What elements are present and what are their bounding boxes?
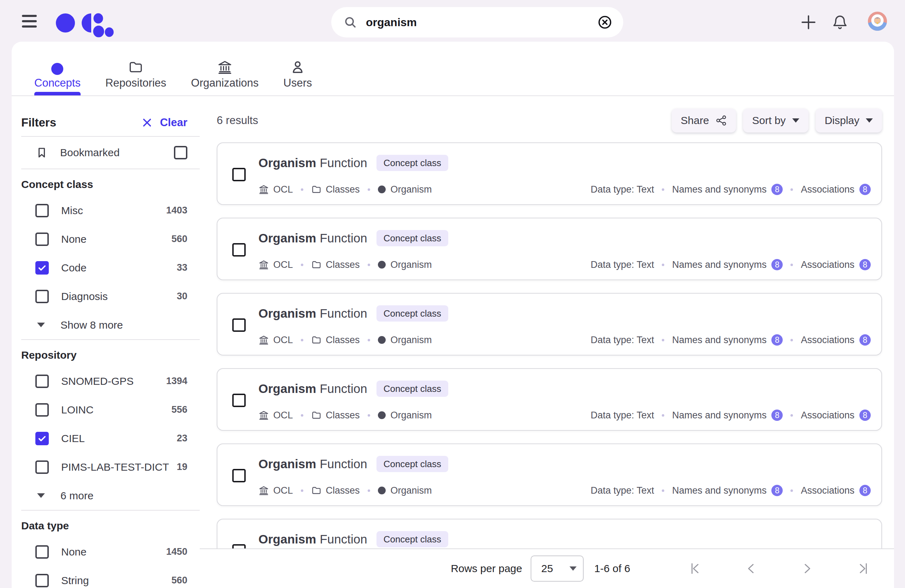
checkbox[interactable] — [35, 290, 49, 303]
checkbox[interactable] — [35, 432, 49, 445]
filter-option-none-datatype[interactable]: None 1450 — [21, 537, 200, 566]
result-card[interactable]: Organism Function Concept class — [217, 444, 882, 506]
result-card[interactable]: Organism Function Concept class — [217, 368, 882, 431]
filter-option-diagnosis[interactable]: Diagnosis 30 — [21, 282, 200, 311]
associations-label: Associations — [801, 184, 854, 195]
tab-repositories[interactable]: Repositories — [105, 59, 166, 95]
result-card[interactable]: Organism Function Concept class — [217, 143, 882, 205]
checkbox[interactable] — [35, 403, 49, 417]
result-checkbox[interactable] — [232, 394, 246, 407]
concept-class-chip: Concept class — [376, 230, 448, 246]
rows-per-page-select[interactable]: 25 — [530, 555, 584, 582]
result-checkbox[interactable] — [232, 319, 246, 332]
owner-label[interactable]: OCL — [273, 334, 293, 346]
result-checkbox[interactable] — [232, 243, 246, 257]
chevron-down-icon — [37, 323, 45, 327]
chevron-down-icon — [570, 566, 576, 571]
repo-label[interactable]: Classes — [326, 485, 360, 496]
associations-count-badge: 8 — [859, 485, 871, 496]
result-checkbox[interactable] — [232, 168, 246, 181]
search-icon — [343, 15, 357, 29]
dot-separator — [791, 339, 793, 341]
first-page-icon[interactable] — [687, 560, 704, 577]
result-card[interactable]: Organism Function Concept class — [217, 293, 882, 355]
result-checkbox[interactable] — [232, 469, 246, 482]
filter-option-none[interactable]: None 560 — [21, 225, 200, 254]
checkbox[interactable] — [35, 233, 49, 246]
concept-dot-icon — [378, 336, 386, 344]
result-title[interactable]: Function — [319, 306, 367, 320]
ocl-logo[interactable] — [56, 10, 116, 39]
prev-page-icon[interactable] — [743, 560, 760, 577]
tab-concepts[interactable]: Concepts — [34, 59, 81, 95]
option-count: 1403 — [166, 205, 187, 216]
next-page-icon[interactable] — [799, 560, 816, 577]
result-card[interactable]: Organism Function Concept class — [217, 218, 882, 280]
filter-option-misc[interactable]: Misc 1403 — [21, 196, 200, 225]
result-title-match[interactable]: Organism — [259, 532, 316, 546]
bookmarked-label: Bookmarked — [60, 147, 119, 158]
clear-filters-button[interactable]: Clear — [141, 116, 187, 129]
concept-class-chip: Concept class — [376, 380, 448, 397]
filter-option-pims-lab-test-dict[interactable]: PIMS-LAB-TEST-DICT 19 — [21, 453, 200, 481]
result-title[interactable]: Function — [319, 231, 367, 245]
result-title[interactable]: Function — [319, 382, 367, 396]
show-more-label: Show 8 more — [60, 319, 123, 331]
search-input[interactable] — [366, 16, 597, 29]
concept-dot-icon — [378, 185, 386, 193]
concept-dot-icon — [378, 411, 386, 419]
show-more-concept-class[interactable]: Show 8 more — [21, 311, 200, 339]
avatar[interactable] — [867, 11, 888, 31]
dot-separator — [301, 490, 303, 492]
tab-label: Repositories — [105, 77, 166, 89]
result-title-match[interactable]: Organism — [259, 231, 316, 245]
repo-label[interactable]: Classes — [326, 410, 360, 421]
display-button[interactable]: Display — [816, 108, 882, 133]
bookmarked-checkbox[interactable] — [174, 146, 187, 159]
repo-label[interactable]: Classes — [326, 184, 360, 195]
bell-icon[interactable] — [832, 13, 848, 30]
filter-option-snomed-gps[interactable]: SNOMED-GPS 1394 — [21, 367, 200, 395]
chevron-down-icon — [866, 118, 873, 123]
checkbox[interactable] — [35, 261, 49, 274]
tab-organizations[interactable]: Organizations — [191, 59, 259, 95]
result-breadcrumb: OCL Classes Organism — [259, 183, 432, 196]
last-page-icon[interactable] — [854, 560, 872, 577]
menu-icon[interactable] — [18, 14, 40, 28]
checkbox[interactable] — [35, 374, 49, 388]
owner-label[interactable]: OCL — [273, 485, 293, 496]
owner-label[interactable]: OCL — [273, 410, 293, 421]
result-title[interactable]: Function — [319, 457, 367, 471]
share-button[interactable]: Share — [672, 108, 736, 133]
result-title[interactable]: Function — [319, 532, 367, 546]
checkbox[interactable] — [35, 574, 49, 587]
filter-option-loinc[interactable]: LOINC 556 — [21, 395, 200, 424]
sort-by-button[interactable]: Sort by — [743, 108, 808, 133]
option-count: 1450 — [166, 546, 187, 557]
checkbox[interactable] — [35, 545, 49, 559]
repo-label[interactable]: Classes — [326, 334, 360, 346]
datatype-label: Data type: Text — [591, 485, 654, 496]
owner-label[interactable]: OCL — [273, 259, 293, 270]
owner-label[interactable]: OCL — [273, 184, 293, 195]
result-title[interactable]: Function — [319, 156, 367, 170]
chevron-down-icon — [792, 118, 799, 123]
repo-label[interactable]: Classes — [326, 259, 360, 270]
filter-option-ciel[interactable]: CIEL 23 — [21, 424, 200, 453]
plus-icon[interactable] — [800, 14, 817, 30]
clear-circle-x-icon[interactable] — [597, 14, 613, 30]
filter-bookmarked[interactable]: Bookmarked — [21, 137, 200, 168]
result-title-match[interactable]: Organism — [259, 382, 316, 396]
option-label: Misc — [61, 204, 83, 217]
result-title-match[interactable]: Organism — [259, 457, 316, 471]
checkbox[interactable] — [35, 204, 49, 217]
show-more-repository[interactable]: 6 more — [21, 481, 200, 510]
names-synonyms-label: Names and synonyms — [672, 485, 767, 496]
associations-count-badge: 8 — [859, 410, 871, 421]
tab-users[interactable]: Users — [284, 59, 312, 95]
result-title-match[interactable]: Organism — [259, 156, 316, 170]
result-title-match[interactable]: Organism — [259, 306, 316, 320]
checkbox[interactable] — [35, 460, 49, 474]
filter-option-code[interactable]: Code 33 — [21, 254, 200, 282]
filter-option-string[interactable]: String 560 — [21, 566, 200, 588]
